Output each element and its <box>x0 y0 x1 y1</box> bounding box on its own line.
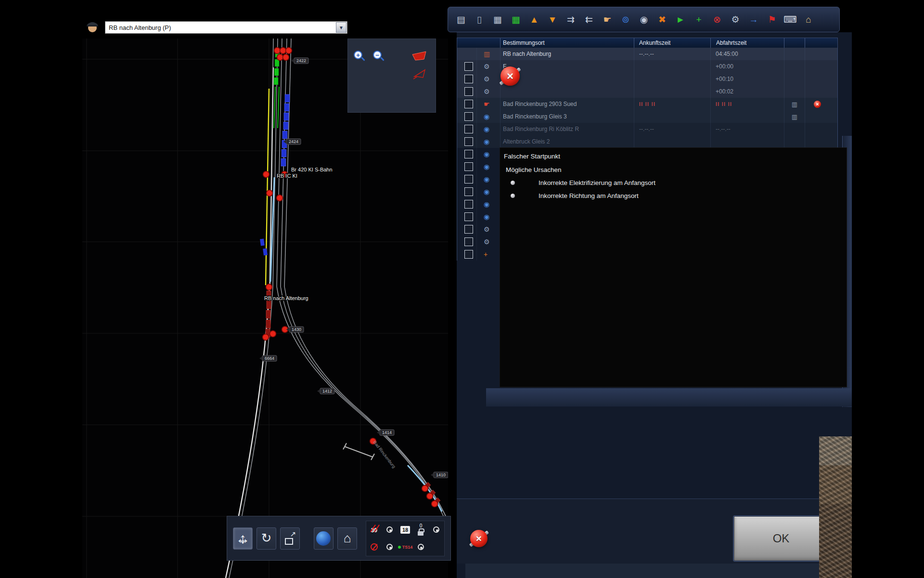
flag-icon[interactable]: ⚑ <box>765 12 779 28</box>
gear-icon: ⚙ <box>484 76 490 82</box>
destination-cell: Bad Rinckenburg Ri Köblitz R <box>500 123 634 135</box>
globe-button[interactable] <box>314 527 334 550</box>
target-toggle[interactable] <box>386 544 393 550</box>
train-icon[interactable]: ▥ <box>792 113 797 120</box>
speed-limit-toggle[interactable]: 30 <box>371 525 377 534</box>
train-icon[interactable]: ▥ <box>792 101 797 108</box>
exit-icon[interactable]: → <box>746 12 761 28</box>
row-checkbox[interactable] <box>464 212 473 221</box>
swap-icon[interactable]: ✖ <box>655 12 669 28</box>
target-toggle[interactable] <box>418 544 424 550</box>
settings-icon[interactable]: ⚙ <box>728 12 743 28</box>
row-checkbox[interactable] <box>464 162 473 171</box>
status-strip <box>465 564 852 578</box>
map-toolbar: ↔ ↕ ↻ ↗ ⌂ 30 18 0 TS14 <box>227 516 451 561</box>
timetable-row[interactable]: ▥RB nach Altenburg--.--.--04:45:00 <box>457 48 837 60</box>
grid-green-icon[interactable]: ▦ <box>509 12 523 28</box>
cancel-icon[interactable]: ⊗ <box>710 12 724 28</box>
train-selector-value: RB nach Altenburg (P) <box>105 24 336 31</box>
zoom-out-button[interactable]: − <box>373 51 385 63</box>
route-shape-icon[interactable] <box>411 51 428 61</box>
binoculars-icon[interactable]: ⊚ <box>618 12 633 28</box>
target-icon <box>418 544 424 550</box>
row-checkbox[interactable] <box>464 225 473 234</box>
column-abfahrtszeit: Abfahrtszeit <box>710 38 784 48</box>
departure-cell: +00:10 <box>710 73 784 85</box>
row-checkbox[interactable] <box>464 87 473 96</box>
lock-toggle[interactable]: 0 <box>418 524 424 536</box>
row-checkbox[interactable] <box>464 237 473 246</box>
track-map[interactable]: 2422 2424 1430 6664 1412 1414 1410 Br 42… <box>82 39 448 578</box>
target-icon <box>386 526 393 533</box>
signal-stop-toggle[interactable] <box>371 543 378 551</box>
timetable-row[interactable]: ⚙+00:02 <box>457 85 837 98</box>
row-checkbox[interactable] <box>464 150 473 158</box>
shift-right-icon[interactable]: ⇉ <box>564 12 578 28</box>
row-checkbox[interactable] <box>464 75 473 83</box>
remove-icon[interactable]: × <box>814 101 821 108</box>
keyboard-icon[interactable]: ⌨ <box>783 12 797 28</box>
target-search-icon[interactable]: ◉ <box>637 12 651 28</box>
move-up-icon[interactable]: ▲ <box>527 12 541 28</box>
popup-cause: Inkorrekte Richtung am Anfangsort <box>539 192 639 199</box>
destination-cell: Altenbruck Gleis 2 <box>500 135 634 148</box>
ok-button[interactable]: OK <box>734 516 828 561</box>
row-checkbox[interactable] <box>464 100 473 108</box>
destination-cell <box>500 85 634 98</box>
ts-route-toggle[interactable]: TS14 <box>398 545 413 550</box>
pointer-hand-icon[interactable]: ☛ <box>600 12 615 28</box>
add-icon[interactable]: + <box>692 12 706 28</box>
departure-cell <box>710 135 784 148</box>
svg-text:2422: 2422 <box>296 58 306 63</box>
delete-icon[interactable]: ▯ <box>472 12 487 28</box>
popup-cause: Inkorrekte Elektrifizierung am Anfangsor… <box>539 179 655 186</box>
row-checkbox[interactable] <box>464 62 473 71</box>
gear-icon: ⚙ <box>484 63 490 70</box>
route-add-icon[interactable]: ► <box>673 12 688 28</box>
track-number-box[interactable]: 18 <box>400 526 410 534</box>
gear-icon: ⚙ <box>484 238 490 245</box>
row-checkbox[interactable] <box>464 125 473 133</box>
target-toggle[interactable] <box>433 526 439 533</box>
departure-cell: 04:45:00 <box>710 48 784 60</box>
train-icon: ▥ <box>484 51 490 57</box>
arrival-cell <box>634 73 710 85</box>
timetable-row[interactable]: ◉Bad Rinckenburg Gleis 3▥ <box>457 110 837 123</box>
depot-icon[interactable]: ⌂ <box>801 12 816 28</box>
svg-text:1430: 1430 <box>292 327 301 332</box>
timetable-row[interactable]: ◉Altenbruck Gleis 2 <box>457 135 837 148</box>
grid-icon[interactable]: ▦ <box>490 12 505 28</box>
green-signal-icon <box>398 546 401 549</box>
rotate-button[interactable]: ↻ <box>257 527 276 550</box>
dropdown-button[interactable]: ▼ <box>336 22 346 33</box>
bullet-icon <box>511 194 515 198</box>
window-move-button[interactable]: ↗ <box>280 527 300 550</box>
timetable-row[interactable]: ☛Bad Rinckenburg 2903 SuedII II IIII II … <box>457 98 837 110</box>
row-checkbox[interactable] <box>464 175 473 184</box>
departure-cell: +00:02 <box>710 85 784 98</box>
timetable-row[interactable]: ◉Bad Rinckenburg Ri Köblitz R--.--.----.… <box>457 123 837 135</box>
row-checkbox[interactable] <box>464 137 473 146</box>
home-button[interactable]: ⌂ <box>337 527 357 550</box>
row-checkbox[interactable] <box>464 187 473 196</box>
row-checkbox[interactable] <box>464 112 473 121</box>
chevron-down-icon: ▼ <box>339 25 344 30</box>
pan-button[interactable]: ↔ ↕ <box>233 527 253 550</box>
signal-icon: ◉ <box>484 163 489 170</box>
zoom-in-button[interactable]: + <box>354 51 366 63</box>
rotate-icon: ↻ <box>261 531 272 546</box>
train-selector[interactable]: RB nach Altenburg (P) ▼ <box>105 21 347 34</box>
move-down-icon[interactable]: ▼ <box>545 12 560 28</box>
main-toolbar: ▤▯▦▦▲▼⇉⇇☛⊚◉✖►+⊗⚙→⚑⌨⌂ <box>448 7 840 32</box>
signal-icon: ◉ <box>484 201 489 208</box>
row-checkbox[interactable] <box>464 250 473 259</box>
row-checkbox[interactable] <box>464 200 473 209</box>
bullet-icon <box>511 181 515 185</box>
shift-left-icon[interactable]: ⇇ <box>582 12 596 28</box>
route-outline-icon[interactable] <box>412 68 429 80</box>
arrival-cell: --.--.-- <box>634 123 710 135</box>
svg-text:1414: 1414 <box>382 430 392 435</box>
save-icon[interactable]: ▤ <box>454 12 468 28</box>
app-root: RB nach Altenburg (P) ▼ <box>0 0 924 578</box>
target-toggle[interactable] <box>386 526 393 533</box>
